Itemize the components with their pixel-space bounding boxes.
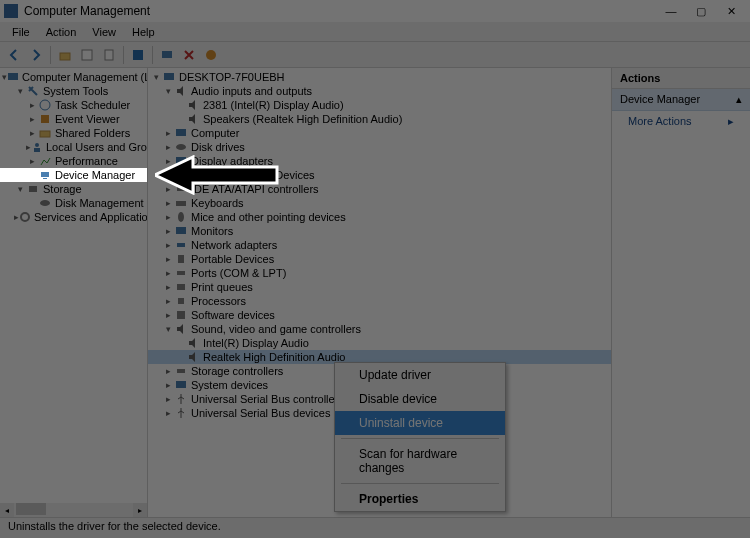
cat-print-queues[interactable]: ▸Print queues xyxy=(148,280,611,294)
tree-event-viewer[interactable]: ▸Event Viewer xyxy=(0,112,147,126)
toolbar-back-button[interactable] xyxy=(4,45,24,65)
toolbar-properties-button[interactable] xyxy=(77,45,97,65)
expand-icon[interactable]: ▸ xyxy=(162,224,174,238)
folder-icon xyxy=(38,126,52,140)
cat-sound-video-game[interactable]: ▾Sound, video and game controllers xyxy=(148,322,611,336)
title-bar: Computer Management — ▢ ✕ xyxy=(0,0,750,22)
ctx-update-driver[interactable]: Update driver xyxy=(335,363,505,387)
expand-icon[interactable]: ▸ xyxy=(162,196,174,210)
expand-icon[interactable]: ▸ xyxy=(162,266,174,280)
cat-monitors[interactable]: ▸Monitors xyxy=(148,224,611,238)
expand-icon[interactable]: ▸ xyxy=(162,406,174,420)
monitor-icon xyxy=(174,224,188,238)
expand-icon[interactable]: ▸ xyxy=(162,126,174,140)
usb-icon xyxy=(174,406,188,420)
expand-icon[interactable]: ▸ xyxy=(162,392,174,406)
cat-mice[interactable]: ▸Mice and other pointing devices xyxy=(148,210,611,224)
toolbar-up-button[interactable] xyxy=(55,45,75,65)
expand-icon[interactable]: ▸ xyxy=(162,308,174,322)
cat-portable[interactable]: ▸Portable Devices xyxy=(148,252,611,266)
computer-icon xyxy=(162,70,176,84)
cat-network[interactable]: ▸Network adapters xyxy=(148,238,611,252)
tree-disk-management[interactable]: Disk Management xyxy=(0,196,147,210)
status-bar: Uninstalls the driver for the selected d… xyxy=(0,517,750,535)
toolbar-uninstall-button[interactable] xyxy=(179,45,199,65)
expand-icon[interactable]: ▸ xyxy=(26,126,38,140)
expand-icon[interactable]: ▸ xyxy=(162,140,174,154)
scroll-left-button[interactable]: ◂ xyxy=(0,503,14,517)
collapse-icon[interactable]: ▾ xyxy=(14,182,26,196)
actions-selected-category[interactable]: Device Manager ▴ xyxy=(612,89,750,111)
menu-view[interactable]: View xyxy=(84,24,124,40)
svg-rect-27 xyxy=(178,255,184,263)
toolbar-refresh-button[interactable] xyxy=(128,45,148,65)
svg-rect-30 xyxy=(178,298,184,304)
expand-icon[interactable]: ▸ xyxy=(162,364,174,378)
collapse-icon[interactable]: ▾ xyxy=(14,84,26,98)
scroll-right-button[interactable]: ▸ xyxy=(133,503,147,517)
tree-label: Sound, video and game controllers xyxy=(191,322,361,336)
cat-keyboards[interactable]: ▸Keyboards xyxy=(148,196,611,210)
tree-services-apps[interactable]: ▸Services and Applications xyxy=(0,210,147,224)
expand-icon[interactable] xyxy=(26,196,38,210)
menu-help[interactable]: Help xyxy=(124,24,163,40)
cat-computer[interactable]: ▸Computer xyxy=(148,126,611,140)
actions-more-actions[interactable]: More Actions ▸ xyxy=(612,111,750,131)
svg-rect-2 xyxy=(105,50,113,60)
ctx-uninstall-device[interactable]: Uninstall device xyxy=(335,411,505,435)
tree-device-manager[interactable]: Device Manager xyxy=(0,168,147,182)
ctx-scan-hardware[interactable]: Scan for hardware changes xyxy=(335,442,505,480)
tree-task-scheduler[interactable]: ▸Task Scheduler xyxy=(0,98,147,112)
scroll-track[interactable] xyxy=(14,503,133,517)
dev-intel-display-audio-2[interactable]: Intel(R) Display Audio xyxy=(148,336,611,350)
expand-icon[interactable]: ▸ xyxy=(26,154,38,168)
expand-icon[interactable]: ▸ xyxy=(162,280,174,294)
minimize-button[interactable]: — xyxy=(656,0,686,22)
ctx-disable-device[interactable]: Disable device xyxy=(335,387,505,411)
horizontal-scrollbar[interactable]: ◂ ▸ xyxy=(0,503,147,517)
expand-icon[interactable]: ▸ xyxy=(162,252,174,266)
menu-file[interactable]: File xyxy=(4,24,38,40)
dev-intel-display-audio[interactable]: 2381 (Intel(R) Display Audio) xyxy=(148,98,611,112)
ctx-properties[interactable]: Properties xyxy=(335,487,505,511)
tree-system-tools[interactable]: ▾ System Tools xyxy=(0,84,147,98)
menu-action[interactable]: Action xyxy=(38,24,85,40)
expand-icon[interactable] xyxy=(26,168,38,182)
tree-label: Keyboards xyxy=(191,196,244,210)
tree-label: System devices xyxy=(191,378,268,392)
expand-icon[interactable]: ▸ xyxy=(162,238,174,252)
cat-ports[interactable]: ▸Ports (COM & LPT) xyxy=(148,266,611,280)
expand-icon[interactable]: ▸ xyxy=(162,294,174,308)
close-button[interactable]: ✕ xyxy=(716,0,746,22)
tree-storage[interactable]: ▾Storage xyxy=(0,182,147,196)
svg-rect-14 xyxy=(29,186,37,192)
cat-disk-drives[interactable]: ▸Disk drives xyxy=(148,140,611,154)
maximize-button[interactable]: ▢ xyxy=(686,0,716,22)
toolbar-scan-button[interactable] xyxy=(157,45,177,65)
device-icon xyxy=(38,168,52,182)
tree-shared-folders[interactable]: ▸Shared Folders xyxy=(0,126,147,140)
expand-icon[interactable]: ▸ xyxy=(26,112,38,126)
device-root[interactable]: ▾DESKTOP-7F0UEBH xyxy=(148,70,611,84)
toolbar-help-button[interactable] xyxy=(201,45,221,65)
collapse-icon[interactable]: ▾ xyxy=(162,84,174,98)
tree-label: Device Manager xyxy=(55,168,135,182)
collapse-icon[interactable]: ▾ xyxy=(162,322,174,336)
cpu-icon xyxy=(174,294,188,308)
toolbar-forward-button[interactable] xyxy=(26,45,46,65)
toolbar-export-button[interactable] xyxy=(99,45,119,65)
expand-icon[interactable]: ▸ xyxy=(26,98,38,112)
cat-audio-io[interactable]: ▾Audio inputs and outputs xyxy=(148,84,611,98)
tree-performance[interactable]: ▸Performance xyxy=(0,154,147,168)
tree-local-users[interactable]: ▸Local Users and Groups xyxy=(0,140,147,154)
cat-software-devices[interactable]: ▸Software devices xyxy=(148,308,611,322)
cat-processors[interactable]: ▸Processors xyxy=(148,294,611,308)
collapse-icon[interactable]: ▾ xyxy=(150,70,162,84)
scroll-thumb[interactable] xyxy=(16,503,46,515)
dev-realtek-speakers[interactable]: Speakers (Realtek High Definition Audio) xyxy=(148,112,611,126)
svg-point-7 xyxy=(40,100,50,110)
expand-icon[interactable]: ▸ xyxy=(162,210,174,224)
tree-root-computer-management[interactable]: ▾ Computer Management (Local xyxy=(0,70,147,84)
tree-label: Network adapters xyxy=(191,238,277,252)
expand-icon[interactable]: ▸ xyxy=(162,378,174,392)
